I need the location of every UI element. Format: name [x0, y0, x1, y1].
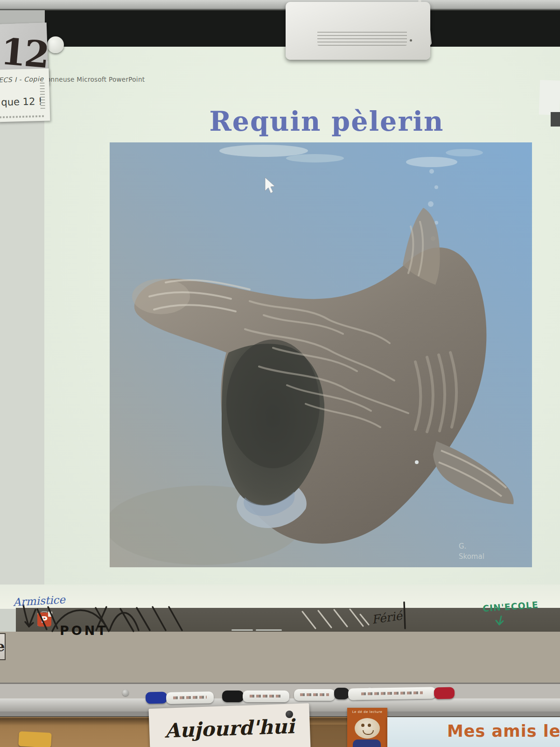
speaker-grille: [317, 30, 407, 46]
powerpoint-window-title: onneuse Microsoft PowerPoint: [47, 76, 145, 83]
note-line1: ECS I - Copie: [0, 75, 44, 84]
marker-white: [294, 689, 335, 701]
projector-glare: [0, 585, 560, 609]
friends-poster: Mes amis le: [387, 717, 560, 747]
active-app-indicator: [231, 629, 253, 631]
note-line2: que 12 !: [1, 96, 42, 108]
calendar-backing: [0, 632, 560, 683]
taped-paper-right: [539, 80, 560, 115]
cork-shadow: [307, 725, 350, 747]
marker-black-cap: [222, 691, 244, 702]
reading-poster: Le dé de lecture: [347, 708, 387, 747]
tray-pin: [122, 690, 129, 696]
powerpoint-icon[interactable]: P: [37, 613, 51, 627]
basking-shark-photo: G. Skomal: [110, 142, 532, 567]
yellow-object: [18, 731, 52, 747]
mounting-rail: [0, 0, 560, 10]
friends-poster-text: Mes amis le: [447, 722, 560, 740]
slide-title: Requin pèlerin: [177, 106, 476, 137]
speaker-led: [410, 39, 412, 42]
note-scribble: [0, 115, 44, 119]
card-pin: [286, 711, 293, 718]
reading-poster-title: Le dé de lecture: [347, 710, 387, 714]
reading-mascot: [355, 718, 380, 739]
marker-black-body: [243, 691, 289, 702]
svg-text:Skomal: Skomal: [459, 552, 484, 561]
projected-taskbar: P: [16, 608, 560, 632]
reading-poster-figure: [353, 740, 381, 747]
marker-red-end: [334, 688, 349, 700]
dark-tab-right: [551, 112, 560, 127]
svg-text:G.: G.: [459, 542, 466, 550]
marker-blue-cap: [146, 692, 167, 704]
classroom-scene: onneuse Microsoft PowerPoint Requin pèle…: [0, 0, 560, 747]
active-app-indicator: [256, 629, 282, 631]
marker-red-cap: [434, 687, 455, 699]
today-card: Aujourd'hui: [148, 703, 310, 747]
white-magnet: [47, 36, 64, 53]
marker-blue-body: [166, 691, 214, 704]
marker-red-body: [348, 687, 436, 700]
calendar-day-card: Me: [0, 633, 6, 660]
today-card-text: Aujourd'hui: [149, 714, 310, 743]
note-paper: ECS I - Copie que 12 !: [0, 69, 50, 122]
speaker-box: [286, 2, 430, 60]
